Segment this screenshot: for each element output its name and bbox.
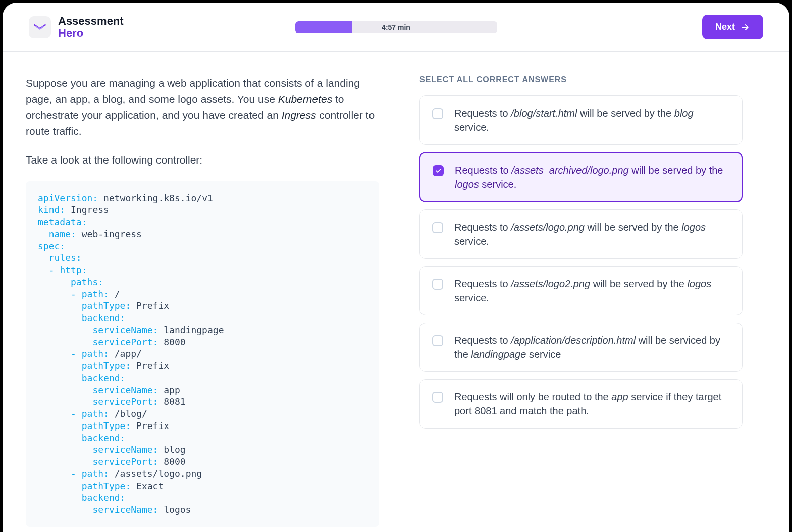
code-k: servicePort: xyxy=(92,337,158,347)
code-k: pathType: xyxy=(82,300,131,311)
answers-list: Requests to /blog/start.html will be ser… xyxy=(419,95,743,429)
code-v: logos xyxy=(164,504,191,515)
code-k: kind: xyxy=(38,204,65,215)
brand-line2: Hero xyxy=(58,27,124,39)
answer-option-5[interactable]: Requests will only be routed to the app … xyxy=(419,379,743,429)
answer-text: Requests to /application/description.htm… xyxy=(454,333,730,361)
brand-line1: Assessment xyxy=(58,15,124,27)
code-v: app xyxy=(164,385,180,395)
code-v: Prefix xyxy=(136,300,169,311)
answer-text: Requests to /blog/start.html will be ser… xyxy=(454,106,730,134)
code-k: serviceName: xyxy=(92,444,158,455)
header: Assessment Hero 4:57 min Next xyxy=(3,3,789,52)
code-k: paths: xyxy=(71,277,103,287)
answer-checkbox[interactable] xyxy=(433,165,444,176)
code-v: 8000 xyxy=(164,456,185,467)
code-k: backend: xyxy=(82,492,126,503)
answer-checkbox[interactable] xyxy=(432,392,443,403)
content: Suppose you are managing a web applicati… xyxy=(3,52,789,532)
timer-progress: 4:57 min xyxy=(295,21,497,33)
code-k: servicePort: xyxy=(92,456,158,467)
code-v: Prefix xyxy=(136,420,169,431)
code-v: 8000 xyxy=(164,337,185,347)
answer-checkbox[interactable] xyxy=(432,108,443,119)
brand: Assessment Hero xyxy=(29,15,241,38)
code-k: pathType: xyxy=(82,360,131,371)
q-p1-em1: Kubernetes xyxy=(278,93,332,105)
code-v: landingpage xyxy=(164,325,224,335)
code-v: /blog/ xyxy=(115,408,147,419)
code-dash: - xyxy=(71,289,76,299)
code-k: servicePort: xyxy=(92,396,158,407)
code-v: 8081 xyxy=(164,396,185,407)
code-dash: - xyxy=(71,348,76,359)
code-v: web-ingress xyxy=(82,229,142,239)
code-k: name: xyxy=(49,229,76,239)
code-dash: - xyxy=(49,264,55,275)
answer-text: Requests to /assets/logo2.png will be se… xyxy=(454,277,730,305)
code-k: path: xyxy=(82,408,109,419)
brand-logo-icon xyxy=(29,16,51,38)
code-k: serviceName: xyxy=(92,504,158,515)
answer-option-0[interactable]: Requests to /blog/start.html will be ser… xyxy=(419,95,743,145)
q-p1-em2: Ingress xyxy=(282,109,316,121)
answer-option-1[interactable]: Requests to /assets_archived/logo.png wi… xyxy=(419,152,743,202)
answer-text: Requests to /assets/logo.png will be ser… xyxy=(454,220,730,248)
code-k: http: xyxy=(60,264,87,275)
answer-option-4[interactable]: Requests to /application/description.htm… xyxy=(419,323,743,372)
code-k: rules: xyxy=(49,252,82,263)
timer-label: 4:57 min xyxy=(295,21,497,33)
next-button-label: Next xyxy=(715,22,735,32)
code-k: backend: xyxy=(82,312,126,323)
code-dash: - xyxy=(71,468,76,479)
answer-text: Requests will only be routed to the app … xyxy=(454,390,730,418)
question-text: Suppose you are managing a web applicati… xyxy=(26,75,379,168)
code-v: Ingress xyxy=(71,204,109,215)
code-block: apiVersion: networking.k8s.io/v1 kind: I… xyxy=(26,181,379,527)
code-k: apiVersion: xyxy=(38,193,98,203)
code-dash: - xyxy=(71,408,76,419)
answer-checkbox[interactable] xyxy=(432,279,443,290)
answer-option-3[interactable]: Requests to /assets/logo2.png will be se… xyxy=(419,266,743,315)
code-k: path: xyxy=(82,468,109,479)
header-right: Next xyxy=(551,15,763,39)
code-v: / xyxy=(115,289,120,299)
code-v: /app/ xyxy=(115,348,142,359)
code-k: pathType: xyxy=(82,420,131,431)
code-k: spec: xyxy=(38,241,65,251)
question-paragraph-1: Suppose you are managing a web applicati… xyxy=(26,75,379,139)
code-v: Exact xyxy=(136,481,164,491)
arrow-right-icon xyxy=(740,22,750,32)
code-v: networking.k8s.io/v1 xyxy=(103,193,213,203)
brand-text: Assessment Hero xyxy=(58,15,124,38)
code-k: metadata: xyxy=(38,217,87,227)
code-k: pathType: xyxy=(82,481,131,491)
answer-option-2[interactable]: Requests to /assets/logo.png will be ser… xyxy=(419,209,743,259)
code-k: backend: xyxy=(82,373,126,383)
answer-checkbox[interactable] xyxy=(432,222,443,233)
code-v: Prefix xyxy=(136,360,169,371)
code-k: path: xyxy=(82,348,109,359)
code-k: serviceName: xyxy=(92,325,158,335)
question-paragraph-2: Take a look at the following controller: xyxy=(26,152,379,168)
code-k: serviceName: xyxy=(92,385,158,395)
code-k: path: xyxy=(82,289,109,299)
answer-text: Requests to /assets_archived/logo.png wi… xyxy=(455,163,729,191)
answers-column: SELECT ALL CORRECT ANSWERS Requests to /… xyxy=(419,75,743,532)
question-column: Suppose you are managing a web applicati… xyxy=(26,75,379,532)
code-k: backend: xyxy=(82,433,126,443)
progress-bar-wrap: 4:57 min xyxy=(253,21,539,33)
code-v: blog xyxy=(164,444,185,455)
app-window: Assessment Hero 4:57 min Next xyxy=(3,3,789,532)
answer-checkbox[interactable] xyxy=(432,335,443,346)
next-button[interactable]: Next xyxy=(702,15,763,39)
answers-title: SELECT ALL CORRECT ANSWERS xyxy=(419,75,743,84)
code-v: /assets/logo.png xyxy=(115,468,202,479)
